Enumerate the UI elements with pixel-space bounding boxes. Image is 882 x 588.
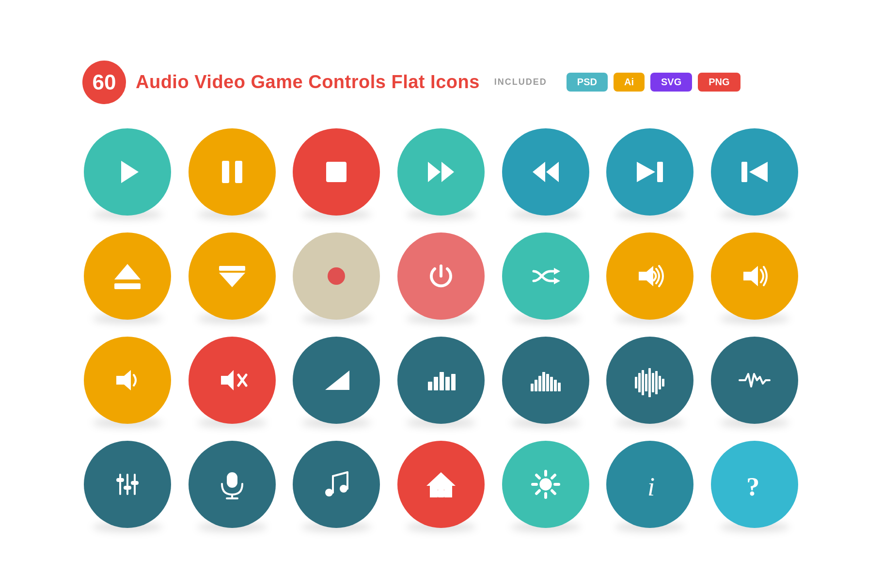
svg-rect-53 <box>131 481 139 485</box>
svg-text:?: ? <box>746 472 760 501</box>
svg-rect-63 <box>438 490 444 497</box>
svg-marker-12 <box>114 264 141 279</box>
svg-rect-13 <box>114 283 141 289</box>
svg-rect-45 <box>655 371 658 394</box>
heartbeat-icon[interactable] <box>711 337 798 424</box>
svg-rect-54 <box>227 472 237 488</box>
svg-rect-2 <box>235 161 242 183</box>
svg-marker-5 <box>441 162 454 182</box>
svg-marker-19 <box>639 266 653 286</box>
question-icon[interactable]: ? <box>711 441 798 528</box>
svg-rect-3 <box>326 162 346 182</box>
svg-rect-11 <box>741 162 747 182</box>
svg-marker-20 <box>743 266 758 286</box>
svg-rect-41 <box>642 370 644 395</box>
svg-point-61 <box>340 485 347 493</box>
svg-rect-34 <box>542 372 545 391</box>
svg-marker-21 <box>116 370 131 390</box>
shuffle-icon[interactable] <box>502 232 589 320</box>
eject-icon[interactable] <box>84 232 171 320</box>
svg-rect-29 <box>445 377 450 390</box>
volume-low-icon[interactable] <box>84 337 171 424</box>
power-icon[interactable] <box>397 232 485 320</box>
svg-marker-22 <box>221 370 234 390</box>
rewind-icon[interactable] <box>502 128 589 216</box>
svg-marker-17 <box>554 278 560 284</box>
stop-icon[interactable] <box>293 128 380 216</box>
svg-rect-37 <box>554 380 557 391</box>
svg-rect-36 <box>550 377 553 391</box>
svg-rect-40 <box>638 373 641 392</box>
svg-rect-52 <box>124 486 131 490</box>
svg-marker-4 <box>428 162 441 182</box>
mixer-icon[interactable] <box>84 441 171 528</box>
svg-marker-25 <box>325 371 349 390</box>
svg-rect-9 <box>657 162 663 182</box>
png-badge: PNG <box>698 73 740 92</box>
microphone-icon[interactable] <box>189 441 276 528</box>
svg-line-57 <box>333 472 347 476</box>
svg-marker-7 <box>533 162 545 182</box>
previous-track-icon[interactable] <box>711 128 798 216</box>
music-icon[interactable] <box>293 441 380 528</box>
next-track-icon[interactable] <box>606 128 693 216</box>
psd-badge: PSD <box>567 73 608 92</box>
svg-rect-30 <box>451 374 456 390</box>
svg-text:i: i <box>647 472 655 501</box>
svg-rect-43 <box>648 368 651 397</box>
waveform-icon[interactable] <box>502 337 589 424</box>
fast-forward-icon[interactable] <box>397 128 485 216</box>
record-icon[interactable] <box>293 232 380 320</box>
svg-rect-35 <box>546 374 549 391</box>
settings-icon[interactable] <box>502 441 589 528</box>
ai-badge: Ai <box>614 73 645 92</box>
format-badges: PSD Ai SVG PNG <box>567 73 740 92</box>
svg-marker-6 <box>546 162 559 182</box>
volume-mute-icon[interactable] <box>189 337 276 424</box>
svg-rect-44 <box>652 373 654 392</box>
waveform2-icon[interactable] <box>606 337 693 424</box>
svg-rect-51 <box>116 478 124 482</box>
header: 60 Audio Video Game Controls Flat Icons … <box>82 61 800 104</box>
equalizer-icon[interactable] <box>397 337 485 424</box>
svg-marker-8 <box>637 162 655 182</box>
svg-point-60 <box>325 489 333 496</box>
svg-rect-27 <box>434 377 438 390</box>
svg-marker-0 <box>121 161 139 183</box>
svg-rect-33 <box>538 376 541 391</box>
pause-icon[interactable] <box>189 128 276 216</box>
svg-marker-18 <box>554 268 560 275</box>
svg-point-16 <box>328 267 345 285</box>
svg-rect-28 <box>440 372 444 390</box>
svg-rect-39 <box>635 377 637 388</box>
volume-medium-icon[interactable] <box>711 232 798 320</box>
svg-rect-31 <box>531 384 534 391</box>
included-label: INCLUDED <box>494 77 547 87</box>
number-badge: 60 <box>82 61 126 104</box>
main-container: 60 Audio Video Game Controls Flat Icons … <box>53 41 829 547</box>
play-icon[interactable] <box>84 128 171 216</box>
volume-high-icon[interactable] <box>606 232 693 320</box>
svg-rect-47 <box>662 379 664 387</box>
volume-triangle-icon[interactable] <box>293 337 380 424</box>
icon-count: 60 <box>93 70 116 94</box>
home-icon[interactable] <box>397 441 485 528</box>
svg-rect-15 <box>219 266 245 271</box>
icons-grid: i ? <box>82 128 800 528</box>
download-icon[interactable] <box>189 232 276 320</box>
svg-rect-32 <box>535 380 537 391</box>
svg-marker-14 <box>219 273 245 287</box>
svg-rect-1 <box>222 161 229 183</box>
svg-marker-10 <box>749 162 768 182</box>
svg-badge: SVG <box>650 73 692 92</box>
svg-rect-26 <box>428 382 432 390</box>
svg-rect-38 <box>558 383 561 391</box>
svg-rect-46 <box>659 376 661 389</box>
info-icon[interactable]: i <box>606 441 693 528</box>
page-title: Audio Video Game Controls Flat Icons <box>136 72 480 93</box>
svg-rect-42 <box>645 374 647 391</box>
